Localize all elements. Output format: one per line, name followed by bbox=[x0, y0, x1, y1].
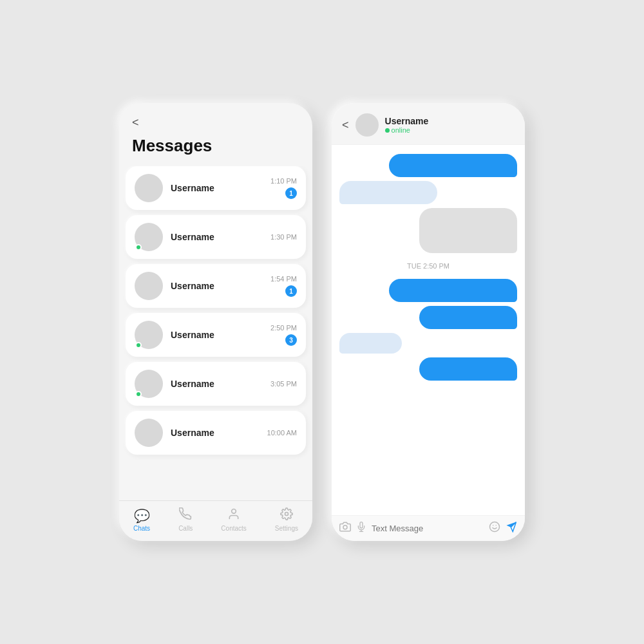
online-dot-2 bbox=[135, 244, 142, 251]
chat-time-1: 1:10 PM bbox=[270, 177, 297, 185]
messages-area: TUE 2:50 PM bbox=[332, 145, 525, 515]
avatar-3 bbox=[135, 272, 163, 300]
avatar-wrap-4 bbox=[135, 321, 163, 349]
chat-info-3: Username bbox=[171, 281, 270, 291]
header-status: online bbox=[385, 126, 429, 134]
chat-item-5[interactable]: Username 3:05 PM bbox=[126, 362, 306, 406]
chats-icon: 💬 bbox=[134, 508, 150, 524]
settings-label: Settings bbox=[275, 525, 298, 532]
back-arrow-chat-icon[interactable]: < bbox=[342, 118, 349, 132]
header-username: Username bbox=[385, 116, 429, 126]
contacts-label: Contacts bbox=[221, 525, 246, 532]
chat-name-5: Username bbox=[171, 379, 270, 389]
chats-label: Chats bbox=[133, 525, 150, 532]
chat-meta-5: 3:05 PM bbox=[270, 380, 297, 388]
settings-icon bbox=[280, 507, 293, 524]
bottom-nav: 💬 Chats Calls Contacts bbox=[119, 500, 312, 541]
nav-settings[interactable]: Settings bbox=[275, 507, 298, 532]
emoji-icon[interactable] bbox=[489, 521, 500, 536]
chat-item-4[interactable]: Username 2:50 PM 3 bbox=[126, 313, 306, 357]
avatar-wrap-2 bbox=[135, 223, 163, 251]
chat-name-1: Username bbox=[171, 183, 270, 193]
message-bubble-1 bbox=[389, 154, 517, 177]
calls-icon bbox=[179, 507, 192, 524]
chat-item-3[interactable]: Username 1:54 PM 1 bbox=[126, 264, 306, 308]
chat-header: < Username online bbox=[332, 103, 525, 145]
message-bubble-6 bbox=[339, 333, 402, 354]
timestamp-divider: TUE 2:50 PM bbox=[339, 262, 517, 270]
nav-contacts[interactable]: Contacts bbox=[221, 507, 246, 532]
header-avatar bbox=[355, 113, 379, 137]
svg-point-5 bbox=[490, 522, 500, 532]
svg-point-1 bbox=[285, 513, 288, 516]
chat-name-2: Username bbox=[171, 232, 270, 242]
chat-info-5: Username bbox=[171, 379, 270, 389]
chat-item-6[interactable]: Username 10:00 AM bbox=[126, 411, 306, 455]
chat-name-4: Username bbox=[171, 330, 270, 340]
chat-info-2: Username bbox=[171, 232, 270, 242]
online-dot-4 bbox=[135, 342, 142, 348]
svg-point-0 bbox=[232, 509, 236, 514]
avatar-6 bbox=[135, 419, 163, 447]
chat-name-3: Username bbox=[171, 281, 270, 291]
camera-icon[interactable] bbox=[339, 521, 351, 536]
microphone-icon[interactable] bbox=[356, 521, 366, 536]
avatar-wrap-5 bbox=[135, 370, 163, 398]
chat-time-2: 1:30 PM bbox=[270, 233, 297, 241]
contacts-icon bbox=[227, 507, 240, 524]
avatar-1 bbox=[135, 174, 163, 202]
chat-time-6: 10:00 AM bbox=[267, 429, 297, 437]
chat-time-5: 3:05 PM bbox=[270, 380, 297, 388]
message-bubble-3 bbox=[419, 208, 517, 253]
message-text-input[interactable] bbox=[372, 524, 484, 533]
avatar-wrap-6 bbox=[135, 419, 163, 447]
send-icon[interactable] bbox=[506, 521, 517, 536]
message-bubble-5 bbox=[419, 306, 517, 329]
calls-label: Calls bbox=[178, 525, 193, 532]
badge-3: 1 bbox=[285, 285, 297, 297]
chat-meta-1: 1:10 PM 1 bbox=[270, 177, 297, 199]
header-info: Username online bbox=[385, 116, 429, 134]
chat-info-4: Username bbox=[171, 330, 270, 340]
page-title: Messages bbox=[119, 136, 312, 166]
chat-conversation-screen: < Username online TUE 2:50 PM bbox=[332, 103, 525, 541]
svg-point-2 bbox=[343, 526, 347, 529]
chat-info-1: Username bbox=[171, 183, 270, 193]
chat-list: Username 1:10 PM 1 Username 1:30 PM bbox=[119, 166, 312, 500]
message-bubble-7 bbox=[419, 357, 517, 381]
message-input-area bbox=[332, 515, 525, 541]
message-bubble-2 bbox=[339, 181, 437, 204]
chat-item-2[interactable]: Username 1:30 PM bbox=[126, 215, 306, 259]
nav-calls[interactable]: Calls bbox=[178, 507, 193, 532]
back-arrow-icon[interactable]: < bbox=[132, 116, 139, 129]
chat-name-6: Username bbox=[171, 428, 267, 438]
badge-4: 3 bbox=[285, 334, 297, 346]
messages-list-screen: < Messages Username 1:10 PM 1 Username bbox=[119, 103, 312, 541]
left-header: < bbox=[119, 103, 312, 136]
chat-item-1[interactable]: Username 1:10 PM 1 bbox=[126, 166, 306, 210]
online-indicator bbox=[385, 128, 390, 133]
badge-1: 1 bbox=[285, 187, 297, 199]
chat-info-6: Username bbox=[171, 428, 267, 438]
chat-meta-3: 1:54 PM 1 bbox=[270, 275, 297, 297]
avatar-wrap-3 bbox=[135, 272, 163, 300]
online-dot-5 bbox=[135, 391, 142, 397]
avatar-wrap-1 bbox=[135, 174, 163, 202]
chat-meta-6: 10:00 AM bbox=[267, 429, 297, 437]
nav-chats[interactable]: 💬 Chats bbox=[133, 508, 150, 532]
chat-meta-4: 2:50 PM 3 bbox=[270, 324, 297, 346]
chat-time-4: 2:50 PM bbox=[270, 324, 297, 332]
message-bubble-4 bbox=[389, 279, 517, 302]
chat-meta-2: 1:30 PM bbox=[270, 233, 297, 241]
chat-time-3: 1:54 PM bbox=[270, 275, 297, 283]
